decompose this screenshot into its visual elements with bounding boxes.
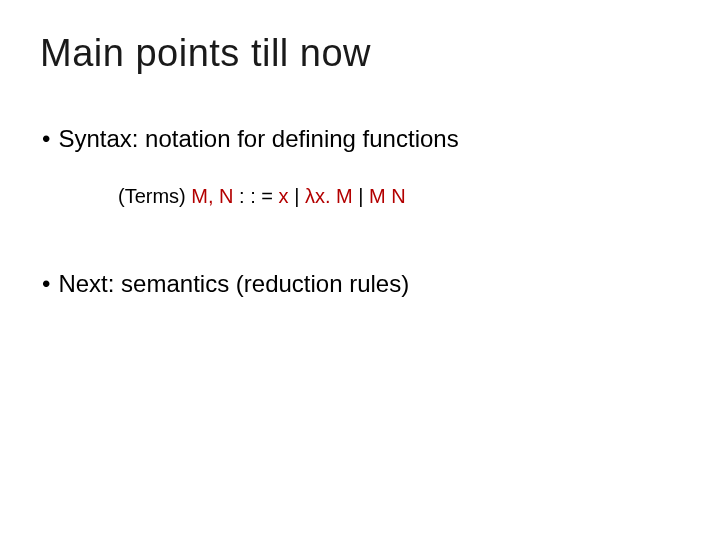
bullet-text-next: Next: semantics (reduction rules) (58, 268, 409, 299)
grammar-op: : : = (239, 185, 273, 207)
bullet-dot: • (42, 268, 50, 299)
bullet-text-syntax: Syntax: notation for defining functions (58, 123, 458, 154)
grammar-rhs-var: x (279, 185, 289, 207)
grammar-label: (Terms) (118, 185, 186, 207)
bullet-dot: • (42, 123, 50, 154)
bullet-item-syntax: • Syntax: notation for defining function… (40, 123, 680, 154)
grammar-rhs-app: M N (369, 185, 406, 207)
grammar-sep1: | (294, 185, 299, 207)
grammar-rhs-lambda: λx. M (305, 185, 353, 207)
grammar-definition: (Terms) M, N : : = x | λx. M | M N (118, 182, 680, 210)
grammar-lhs: M, N (191, 185, 233, 207)
bullet-item-next: • Next: semantics (reduction rules) (40, 268, 680, 299)
grammar-sep2: | (358, 185, 363, 207)
slide-title: Main points till now (40, 32, 680, 75)
